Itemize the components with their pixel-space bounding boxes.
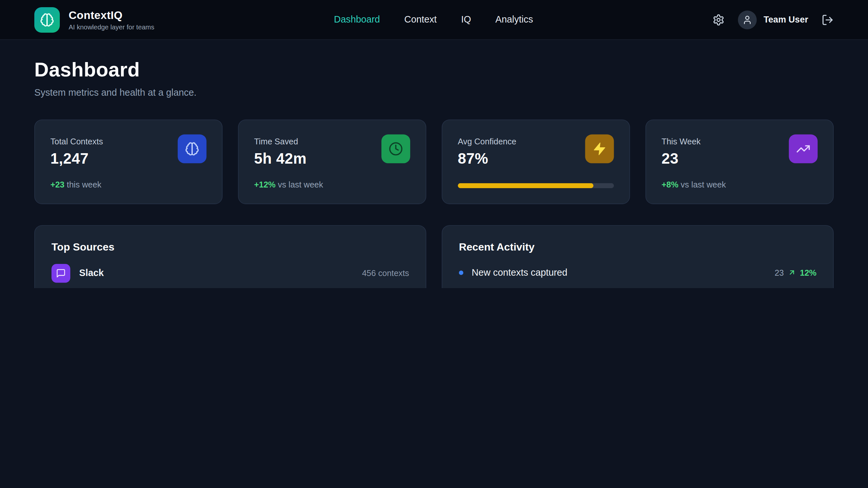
logout-icon[interactable] <box>822 14 834 26</box>
confidence-progress-fill <box>458 183 594 188</box>
activity-value: 23 <box>775 268 784 277</box>
stat-card-total-contexts: Total Contexts 1,247 +23 this week <box>34 119 222 204</box>
bolt-icon <box>585 134 614 163</box>
stat-label: Total Contexts <box>50 134 103 146</box>
bullet-dot <box>459 270 463 275</box>
user-chip[interactable]: Team User <box>738 10 808 29</box>
source-name: Slack <box>79 267 103 279</box>
nav-analytics[interactable]: Analytics <box>495 14 533 25</box>
brand-text: ContextIQ AI knowledge layer for teams <box>69 8 154 31</box>
brain-icon <box>34 7 60 32</box>
stat-footnote: +8% vs last week <box>661 180 818 189</box>
main-nav: Dashboard Context IQ Analytics <box>334 14 533 25</box>
nav-dashboard[interactable]: Dashboard <box>334 14 380 25</box>
source-count: 456 contexts <box>362 268 409 278</box>
user-name: Team User <box>764 15 808 25</box>
nav-iq[interactable]: IQ <box>461 14 471 25</box>
message-icon <box>52 264 70 283</box>
page-subtitle: System metrics and health at a glance. <box>34 87 834 98</box>
avatar <box>738 10 757 29</box>
clock-icon <box>381 134 410 163</box>
gear-icon[interactable] <box>713 14 725 26</box>
activity-label: New contexts captured <box>472 267 567 278</box>
middle-panels: Top Sources Slack 456 contexts <box>34 225 834 288</box>
page-title: Dashboard <box>34 59 834 81</box>
stat-label: Time Saved <box>254 134 307 146</box>
stat-label: Avg Confidence <box>458 134 516 146</box>
header-actions: Team User <box>713 10 834 29</box>
trending-up-icon <box>789 134 818 163</box>
stat-cards: Total Contexts 1,247 +23 this week <box>34 119 834 204</box>
brand[interactable]: ContextIQ AI knowledge layer for teams <box>34 7 154 32</box>
stat-card-time-saved: Time Saved 5h 42m +12% vs last week <box>238 119 426 204</box>
recent-activity-panel: Recent Activity New contexts captured 23… <box>442 225 834 288</box>
stat-value: 87% <box>458 150 516 168</box>
stat-card-this-week: This Week 23 +8% vs last week <box>646 119 834 204</box>
stat-value: 1,247 <box>50 150 103 168</box>
stat-footnote: +23 this week <box>50 180 207 189</box>
app-tagline: AI knowledge layer for teams <box>69 23 154 31</box>
activity-row: New contexts captured 23 12% <box>459 267 816 278</box>
nav-context[interactable]: Context <box>404 14 437 25</box>
stat-footnote: +12% vs last week <box>254 180 410 189</box>
main-content: Dashboard System metrics and health at a… <box>0 40 868 288</box>
arrow-up-right-icon <box>787 268 796 276</box>
top-sources-panel: Top Sources Slack 456 contexts <box>34 225 426 288</box>
stat-card-avg-confidence: Avg Confidence 87% <box>442 119 630 204</box>
panel-title: Top Sources <box>52 241 409 253</box>
source-row-slack: Slack 456 contexts <box>52 264 409 283</box>
panel-title: Recent Activity <box>459 241 816 253</box>
stat-label: This Week <box>661 134 701 146</box>
top-nav: ContextIQ AI knowledge layer for teams D… <box>0 0 868 40</box>
app-title: ContextIQ <box>69 8 154 21</box>
activity-delta: 12% <box>800 268 817 277</box>
app: ContextIQ AI knowledge layer for teams D… <box>0 0 868 288</box>
stat-value: 23 <box>661 150 701 168</box>
brain-icon <box>178 134 207 163</box>
stat-value: 5h 42m <box>254 150 307 168</box>
confidence-progress-bar <box>458 183 614 188</box>
